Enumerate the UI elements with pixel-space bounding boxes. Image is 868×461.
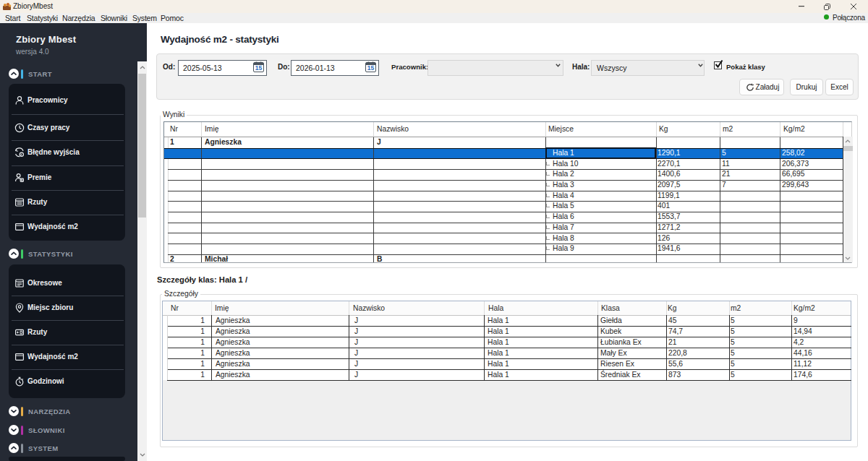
svg-text:15: 15	[255, 64, 263, 72]
svg-text:15: 15	[367, 64, 375, 72]
